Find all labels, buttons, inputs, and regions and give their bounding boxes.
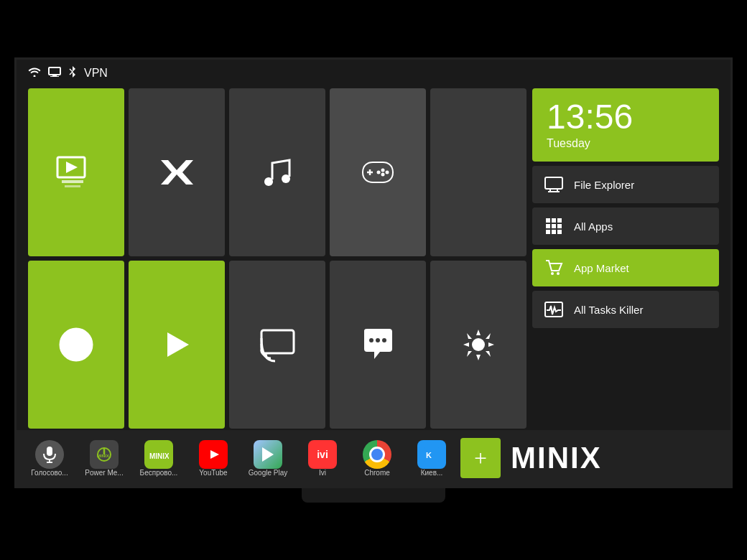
tv-stand <box>302 488 445 503</box>
svg-rect-29 <box>546 218 550 223</box>
mic-icon <box>35 440 64 469</box>
monitor-icon <box>544 174 564 195</box>
gamepad-tile[interactable] <box>330 88 426 256</box>
video-player-tile[interactable] <box>129 261 225 429</box>
taskbar-wireless[interactable]: MINIX Беспрово... <box>133 433 185 483</box>
taskbar-power-menu[interactable]: MINIX Power Me... <box>78 433 130 483</box>
all-apps-item[interactable]: All Apps <box>532 207 719 245</box>
svg-marker-6 <box>66 162 78 173</box>
ivi-label: Ivi <box>319 469 326 477</box>
svg-rect-30 <box>552 218 556 223</box>
file-explorer-item[interactable]: File Explorer <box>532 166 719 203</box>
google-play-label: Google Play <box>249 469 287 477</box>
music-tile[interactable] <box>229 88 325 256</box>
vpn-label: VPN <box>84 67 108 80</box>
clock-widget: 13:56 Tuesday <box>532 88 719 162</box>
svg-point-14 <box>381 169 385 172</box>
minix-app-icon: MINIX <box>144 440 173 469</box>
svg-text:MINIX: MINIX <box>149 452 169 460</box>
svg-line-3 <box>70 69 73 72</box>
svg-point-15 <box>386 171 389 174</box>
power-menu-label: Power Me... <box>85 469 123 477</box>
svg-rect-31 <box>557 218 562 223</box>
svg-point-10 <box>264 177 273 186</box>
svg-rect-36 <box>552 230 556 234</box>
svg-point-39 <box>557 272 560 275</box>
app-market-label: App Market <box>574 262 629 274</box>
youtube-label: YouTube <box>199 469 227 477</box>
clock-time: 13:56 <box>547 100 705 134</box>
chrome-icon <box>363 440 391 469</box>
svg-rect-8 <box>65 185 80 187</box>
svg-rect-0 <box>49 67 60 75</box>
kiev-icon: K <box>417 440 446 469</box>
svg-rect-7 <box>62 180 83 183</box>
taskbar-youtube[interactable]: YouTube <box>187 433 239 483</box>
ivi-icon: ivi <box>308 440 337 469</box>
messages-tile[interactable] <box>330 261 426 429</box>
kodi-tile[interactable] <box>129 88 225 256</box>
youtube-icon <box>199 440 228 469</box>
wireless-label: Беспрово... <box>140 469 178 477</box>
svg-rect-33 <box>552 224 556 228</box>
clock-day: Tuesday <box>547 137 705 150</box>
svg-point-11 <box>282 174 290 183</box>
svg-marker-9 <box>161 160 193 185</box>
taskbar: Голосово... MINIX Power Me... <box>17 430 730 486</box>
tv-screen: VPN <box>14 57 733 488</box>
empty-tile <box>430 88 526 256</box>
svg-rect-35 <box>546 230 550 234</box>
google-play-icon <box>254 440 282 469</box>
video-library-tile[interactable] <box>28 88 124 256</box>
app-grid <box>28 88 526 429</box>
kiev-label: Киев... <box>421 469 443 477</box>
file-explorer-label: File Explorer <box>574 179 634 191</box>
all-apps-label: All Apps <box>574 220 613 233</box>
svg-point-16 <box>381 173 385 177</box>
svg-rect-34 <box>557 224 562 228</box>
taskbar-voice-search[interactable]: Голосово... <box>24 433 75 483</box>
svg-rect-2 <box>50 76 59 77</box>
all-tasks-killer-label: All Tasks Killer <box>574 304 643 316</box>
svg-text:MINIX: MINIX <box>97 454 109 458</box>
right-panel: 13:56 Tuesday File Explorer <box>532 88 719 429</box>
svg-rect-41 <box>47 447 52 456</box>
grid-icon <box>544 216 564 236</box>
voice-search-label: Голосово... <box>31 469 68 477</box>
svg-rect-37 <box>557 230 562 234</box>
taskbar-ivi[interactable]: ivi Ivi <box>297 433 348 483</box>
pulse-icon <box>544 299 564 319</box>
svg-marker-48 <box>210 450 219 459</box>
svg-point-24 <box>382 338 386 342</box>
taskbar-google-play[interactable]: Google Play <box>242 433 294 483</box>
chrome-label: Chrome <box>364 469 390 477</box>
cart-icon <box>544 258 564 278</box>
svg-text:K: K <box>426 451 432 459</box>
svg-line-4 <box>70 72 73 75</box>
all-tasks-killer-item[interactable]: All Tasks Killer <box>532 291 719 328</box>
cast-tile[interactable] <box>229 261 325 429</box>
svg-point-22 <box>369 338 374 342</box>
add-app-button[interactable]: + <box>460 438 501 478</box>
bluetooth-icon <box>68 65 77 81</box>
status-bar: VPN <box>28 65 108 81</box>
taskbar-kiev[interactable]: K Киев... <box>406 433 458 483</box>
svg-rect-1 <box>52 75 57 76</box>
power-icon: MINIX <box>90 440 119 469</box>
browser-tile[interactable] <box>28 261 124 429</box>
app-market-item[interactable]: App Market <box>532 249 719 286</box>
svg-rect-32 <box>546 224 550 228</box>
svg-marker-20 <box>167 332 189 357</box>
main-area: 13:56 Tuesday File Explorer <box>28 88 719 429</box>
wifi-icon <box>28 67 41 80</box>
brand-logo: MINIX <box>511 441 602 475</box>
svg-point-23 <box>376 338 380 342</box>
add-icon: + <box>474 445 487 472</box>
svg-marker-49 <box>262 447 274 462</box>
svg-rect-21 <box>261 330 294 353</box>
taskbar-chrome[interactable]: Chrome <box>351 433 403 483</box>
network-icon <box>48 67 61 80</box>
svg-rect-25 <box>545 177 562 189</box>
svg-point-38 <box>551 272 554 275</box>
settings-tile[interactable] <box>430 261 526 429</box>
